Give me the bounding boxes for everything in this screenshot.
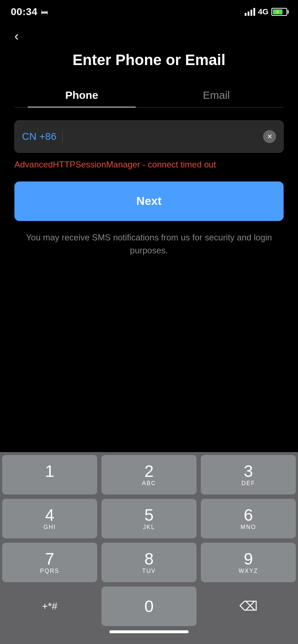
clear-input-button[interactable]: ✕	[263, 130, 276, 143]
key-9[interactable]: 9 WXYZ	[201, 543, 296, 582]
signal-bar-3	[250, 10, 252, 16]
back-button[interactable]: ‹	[14, 29, 19, 44]
key-1[interactable]: 1	[2, 455, 97, 494]
status-time: 00:34	[11, 6, 37, 18]
key-2[interactable]: 2 ABC	[101, 455, 197, 494]
home-indicator	[109, 630, 189, 633]
sms-notice: You may receive SMS notifications from u…	[14, 231, 284, 257]
signal-bar-2	[248, 12, 249, 16]
key-5[interactable]: 5 JKL	[101, 499, 197, 538]
keypad-row-3: 7 PQRS 8 TUV 9 WXYZ	[2, 543, 296, 582]
battery-icon: ⚡	[271, 8, 287, 16]
keypad-row-2: 4 GHI 5 JKL 6 MNO	[2, 499, 296, 538]
signal-bar-1	[245, 13, 247, 16]
country-code-selector[interactable]: CN +86	[22, 131, 63, 142]
key-7[interactable]: 7 PQRS	[2, 543, 97, 582]
tab-phone[interactable]: Phone	[14, 83, 149, 107]
tab-bar: Phone Email	[14, 83, 284, 107]
page-title: Enter Phone or Email	[14, 51, 284, 69]
status-bar: 00:34 🛏 4G ⚡	[0, 0, 298, 22]
key-6[interactable]: 6 MNO	[201, 499, 296, 538]
signal-bar-4	[253, 8, 255, 16]
numeric-keypad: 1 2 ABC 3 DEF 4 GHI 5 JKL 6 MNO 7 PQRS	[0, 452, 298, 644]
phone-number-input[interactable]	[63, 131, 263, 142]
key-0[interactable]: 0	[101, 586, 197, 626]
battery-fill: ⚡	[273, 9, 283, 14]
battery-container: ⚡	[271, 8, 287, 16]
key-4[interactable]: 4 GHI	[2, 499, 97, 538]
keypad-row-4: +*# 0 ⌫	[2, 586, 296, 626]
keypad-row-1: 1 2 ABC 3 DEF	[2, 455, 296, 494]
network-label: 4G	[258, 7, 268, 17]
tab-email[interactable]: Email	[149, 83, 284, 107]
phone-input-row: CN +86 ✕	[14, 120, 284, 153]
main-content: ‹ Enter Phone or Email Phone Email CN +8…	[0, 22, 298, 257]
next-button[interactable]: Next	[14, 181, 284, 221]
battery-bolt: ⚡	[275, 9, 280, 14]
status-icons: 4G ⚡	[245, 7, 287, 17]
signal-bars	[245, 8, 255, 16]
key-special[interactable]: +*#	[2, 586, 97, 626]
key-3[interactable]: 3 DEF	[201, 455, 296, 494]
key-delete[interactable]: ⌫	[201, 586, 296, 626]
key-8[interactable]: 8 TUV	[101, 543, 197, 582]
sleep-icon: 🛏	[41, 8, 48, 16]
error-message: AdvancedHTTPSessionManager - connect tim…	[14, 158, 284, 171]
